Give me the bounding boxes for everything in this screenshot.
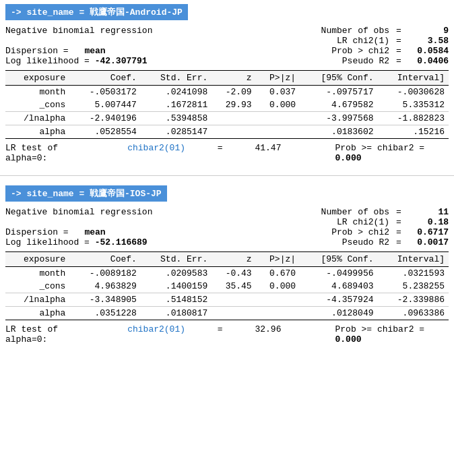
stats-left-2: Negative binomial regression Dispersion … bbox=[5, 207, 227, 247]
block1: -> site_name = 戦鷹帝国-Android-JP Negative … bbox=[0, 0, 454, 170]
divider-1 bbox=[0, 175, 454, 176]
nobs-row-1: Number of obs = 9 bbox=[227, 26, 449, 36]
loglik-row-2: Log likelihood = -52.116689 bbox=[5, 237, 227, 247]
col-interval-1: Interval] bbox=[378, 71, 449, 86]
col-exposure-2: exposure bbox=[5, 252, 69, 267]
block2: -> site_name = 戦鷹帝国-IOS-JP Negative bino… bbox=[0, 181, 454, 351]
table-row: month -.0503172 .0241098 -2.09 0.037 -.0… bbox=[5, 86, 449, 99]
lnalpha-row-1: /lnalpha -2.940196 .5394858 -3.997568 -1… bbox=[5, 112, 449, 125]
pseudor2-row-1: Pseudo R2 = 0.0406 bbox=[227, 56, 449, 66]
regression-table-1: exposure Coef. Std. Err. z P>|z| [95% Co… bbox=[5, 70, 449, 139]
col-stderr-1: Std. Err. bbox=[141, 71, 212, 86]
dispersion-row-1: Dispersion = mean bbox=[5, 46, 227, 56]
col-coef-2: Coef. bbox=[69, 252, 140, 267]
stats-grid-2: Negative binomial regression Dispersion … bbox=[5, 207, 449, 247]
col-conf-1: [95% Conf. bbox=[300, 71, 377, 86]
regression-title-1: Negative binomial regression bbox=[5, 26, 227, 36]
col-conf-2: [95% Conf. bbox=[300, 252, 377, 267]
regression-table-2: exposure Coef. Std. Err. z P>|z| [95% Co… bbox=[5, 251, 449, 320]
stats-right-1: Number of obs = 9 LR chi2(1) = 3.58 Prob… bbox=[227, 26, 449, 66]
alpha-row-2: alpha .0351228 .0180817 .0128049 .096338… bbox=[5, 307, 449, 320]
col-coef-1: Coef. bbox=[69, 71, 140, 86]
lrtest-2: LR test of alpha=0: chibar2(01) = 32.96 … bbox=[5, 324, 449, 345]
regression-title-2: Negative binomial regression bbox=[5, 207, 227, 217]
col-exposure-1: exposure bbox=[5, 71, 69, 86]
col-z-2: z bbox=[212, 252, 255, 267]
col-stderr-2: Std. Err. bbox=[141, 252, 212, 267]
nobs-row-2: Number of obs = 11 bbox=[227, 207, 449, 217]
col-interval-2: Interval] bbox=[378, 252, 449, 267]
alpha-row-1: alpha .0528554 .0285147 .0183602 .15216 bbox=[5, 125, 449, 139]
table-row: _cons 5.007447 .1672811 29.93 0.000 4.67… bbox=[5, 98, 449, 112]
loglik-row-1: Log likelihood = -42.307791 bbox=[5, 56, 227, 66]
lrtest-1: LR test of alpha=0: chibar2(01) = 41.47 … bbox=[5, 143, 449, 163]
table-row: _cons 4.963829 .1400159 35.45 0.000 4.68… bbox=[5, 280, 449, 293]
pseudor2-row-2: Pseudo R2 = 0.0017 bbox=[227, 237, 449, 247]
lrchi2-row-1: LR chi2(1) = 3.58 bbox=[227, 36, 449, 46]
stats-right-2: Number of obs = 11 LR chi2(1) = 0.18 Pro… bbox=[227, 207, 449, 247]
col-pz-2: P>|z| bbox=[256, 252, 300, 267]
stats-left-1: Negative binomial regression Dispersion … bbox=[5, 26, 227, 66]
cmd-line-1: -> site_name = 戦鷹帝国-Android-JP bbox=[5, 4, 188, 20]
col-pz-1: P>|z| bbox=[256, 71, 300, 86]
stats-grid-1: Negative binomial regression Dispersion … bbox=[5, 26, 449, 66]
lrchi2-row-2: LR chi2(1) = 0.18 bbox=[227, 217, 449, 227]
cmd-line-2: -> site_name = 戦鷹帝国-IOS-JP bbox=[5, 185, 167, 202]
probchi2-row-1: Prob > chi2 = 0.0584 bbox=[227, 46, 449, 56]
col-z-1: z bbox=[212, 71, 255, 86]
lnalpha-row-2: /lnalpha -3.348905 .5148152 -4.357924 -2… bbox=[5, 293, 449, 307]
table-row: month -.0089182 .0209583 -0.43 0.670 -.0… bbox=[5, 267, 449, 280]
dispersion-row-2: Dispersion = mean bbox=[5, 227, 227, 237]
probchi2-row-2: Prob > chi2 = 0.6717 bbox=[227, 227, 449, 237]
